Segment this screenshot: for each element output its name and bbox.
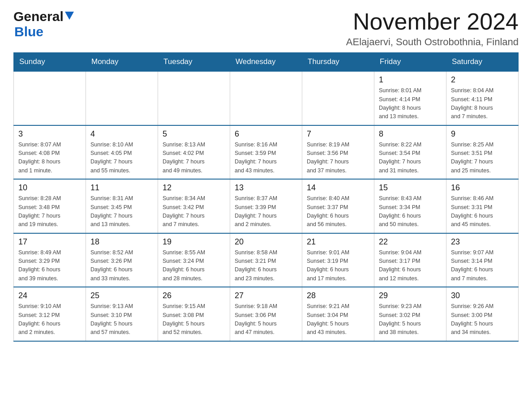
day-number: 15 <box>379 183 442 193</box>
day-number: 22 <box>379 237 442 247</box>
logo-arrow-icon <box>65 12 74 21</box>
calendar-week-4: 17Sunrise: 8:49 AM Sunset: 3:29 PM Dayli… <box>14 233 519 287</box>
day-number: 5 <box>163 129 225 139</box>
day-info: Sunrise: 8:55 AM Sunset: 3:24 PM Dayligh… <box>163 248 225 283</box>
day-number: 16 <box>451 183 514 193</box>
calendar-cell: 14Sunrise: 8:40 AM Sunset: 3:37 PM Dayli… <box>302 179 374 233</box>
day-number: 25 <box>90 291 153 300</box>
calendar-cell: 5Sunrise: 8:13 AM Sunset: 4:02 PM Daylig… <box>158 125 230 180</box>
calendar-cell: 30Sunrise: 9:26 AM Sunset: 3:00 PM Dayli… <box>446 287 519 341</box>
calendar-week-2: 3Sunrise: 8:07 AM Sunset: 4:08 PM Daylig… <box>14 125 519 180</box>
location-title: AElajaervi, South Ostrobothnia, Finland <box>346 36 519 48</box>
calendar-table: SundayMondayTuesdayWednesdayThursdayFrid… <box>13 52 519 342</box>
day-info: Sunrise: 8:19 AM Sunset: 3:56 PM Dayligh… <box>307 141 369 176</box>
day-info: Sunrise: 8:07 AM Sunset: 4:08 PM Dayligh… <box>18 141 81 176</box>
calendar-week-1: 1Sunrise: 8:01 AM Sunset: 4:14 PM Daylig… <box>14 71 519 125</box>
calendar-cell: 2Sunrise: 8:04 AM Sunset: 4:11 PM Daylig… <box>446 71 519 125</box>
calendar-week-3: 10Sunrise: 8:28 AM Sunset: 3:48 PM Dayli… <box>14 179 519 233</box>
calendar-cell: 11Sunrise: 8:31 AM Sunset: 3:45 PM Dayli… <box>86 179 158 233</box>
logo-blue: Blue <box>14 24 43 39</box>
calendar-cell: 29Sunrise: 9:23 AM Sunset: 3:02 PM Dayli… <box>374 287 446 341</box>
calendar-cell: 15Sunrise: 8:43 AM Sunset: 3:34 PM Dayli… <box>374 179 446 233</box>
calendar-cell: 25Sunrise: 9:13 AM Sunset: 3:10 PM Dayli… <box>86 287 158 341</box>
day-number: 12 <box>163 183 225 193</box>
day-number: 28 <box>307 291 369 300</box>
day-number: 23 <box>451 237 514 247</box>
day-info: Sunrise: 8:31 AM Sunset: 3:45 PM Dayligh… <box>90 194 153 229</box>
day-number: 30 <box>451 291 514 300</box>
day-info: Sunrise: 9:18 AM Sunset: 3:06 PM Dayligh… <box>235 302 297 337</box>
day-number: 18 <box>90 237 153 247</box>
calendar-cell: 7Sunrise: 8:19 AM Sunset: 3:56 PM Daylig… <box>302 125 374 180</box>
day-info: Sunrise: 8:04 AM Sunset: 4:11 PM Dayligh… <box>451 86 514 121</box>
calendar-cell: 12Sunrise: 8:34 AM Sunset: 3:42 PM Dayli… <box>158 179 230 233</box>
day-number: 8 <box>379 129 442 139</box>
day-info: Sunrise: 8:46 AM Sunset: 3:31 PM Dayligh… <box>451 194 514 229</box>
calendar-cell <box>230 71 302 125</box>
day-info: Sunrise: 8:43 AM Sunset: 3:34 PM Dayligh… <box>379 194 442 229</box>
day-number: 4 <box>90 129 153 139</box>
calendar-cell: 1Sunrise: 8:01 AM Sunset: 4:14 PM Daylig… <box>374 71 446 125</box>
day-number: 2 <box>451 75 514 85</box>
col-header-friday: Friday <box>374 53 446 72</box>
calendar-cell: 21Sunrise: 9:01 AM Sunset: 3:19 PM Dayli… <box>302 233 374 287</box>
col-header-sunday: Sunday <box>14 53 86 72</box>
calendar-cell: 9Sunrise: 8:25 AM Sunset: 3:51 PM Daylig… <box>446 125 519 180</box>
logo-general: General <box>13 9 64 24</box>
calendar-cell: 4Sunrise: 8:10 AM Sunset: 4:05 PM Daylig… <box>86 125 158 180</box>
month-title: November 2024 <box>346 9 519 34</box>
day-number: 19 <box>163 237 225 247</box>
calendar-header-row: SundayMondayTuesdayWednesdayThursdayFrid… <box>14 53 519 72</box>
calendar-cell: 16Sunrise: 8:46 AM Sunset: 3:31 PM Dayli… <box>446 179 519 233</box>
title-section: November 2024 AElajaervi, South Ostrobot… <box>346 9 519 48</box>
day-info: Sunrise: 9:15 AM Sunset: 3:08 PM Dayligh… <box>163 302 225 337</box>
day-number: 6 <box>235 129 297 139</box>
col-header-tuesday: Tuesday <box>158 53 230 72</box>
calendar-cell: 8Sunrise: 8:22 AM Sunset: 3:54 PM Daylig… <box>374 125 446 180</box>
day-number: 21 <box>307 237 369 247</box>
day-info: Sunrise: 8:28 AM Sunset: 3:48 PM Dayligh… <box>18 194 81 229</box>
day-number: 20 <box>235 237 297 247</box>
day-number: 13 <box>235 183 297 193</box>
calendar-cell: 10Sunrise: 8:28 AM Sunset: 3:48 PM Dayli… <box>14 179 86 233</box>
col-header-wednesday: Wednesday <box>230 53 302 72</box>
day-info: Sunrise: 9:21 AM Sunset: 3:04 PM Dayligh… <box>307 302 369 337</box>
col-header-monday: Monday <box>86 53 158 72</box>
day-number: 1 <box>379 75 442 85</box>
calendar-cell: 26Sunrise: 9:15 AM Sunset: 3:08 PM Dayli… <box>158 287 230 341</box>
day-info: Sunrise: 8:49 AM Sunset: 3:29 PM Dayligh… <box>18 248 81 283</box>
day-info: Sunrise: 9:13 AM Sunset: 3:10 PM Dayligh… <box>90 302 153 337</box>
day-info: Sunrise: 8:13 AM Sunset: 4:02 PM Dayligh… <box>163 141 225 176</box>
day-number: 3 <box>18 129 81 139</box>
calendar-cell: 27Sunrise: 9:18 AM Sunset: 3:06 PM Dayli… <box>230 287 302 341</box>
calendar-cell <box>302 71 374 125</box>
svg-marker-0 <box>65 12 74 20</box>
page-header: General Blue November 2024 AElajaervi, S… <box>13 9 519 48</box>
day-number: 24 <box>18 291 81 300</box>
day-info: Sunrise: 8:58 AM Sunset: 3:21 PM Dayligh… <box>235 248 297 283</box>
calendar-cell: 23Sunrise: 9:07 AM Sunset: 3:14 PM Dayli… <box>446 233 519 287</box>
day-number: 10 <box>18 183 81 193</box>
day-number: 9 <box>451 129 514 139</box>
calendar-cell: 13Sunrise: 8:37 AM Sunset: 3:39 PM Dayli… <box>230 179 302 233</box>
day-info: Sunrise: 9:26 AM Sunset: 3:00 PM Dayligh… <box>451 302 514 337</box>
day-info: Sunrise: 8:16 AM Sunset: 3:59 PM Dayligh… <box>235 141 297 176</box>
day-info: Sunrise: 9:01 AM Sunset: 3:19 PM Dayligh… <box>307 248 369 283</box>
calendar-cell <box>14 71 86 125</box>
calendar-cell: 22Sunrise: 9:04 AM Sunset: 3:17 PM Dayli… <box>374 233 446 287</box>
day-info: Sunrise: 8:22 AM Sunset: 3:54 PM Dayligh… <box>379 141 442 176</box>
calendar-cell: 6Sunrise: 8:16 AM Sunset: 3:59 PM Daylig… <box>230 125 302 180</box>
day-info: Sunrise: 8:25 AM Sunset: 3:51 PM Dayligh… <box>451 141 514 176</box>
calendar-cell: 17Sunrise: 8:49 AM Sunset: 3:29 PM Dayli… <box>14 233 86 287</box>
calendar-cell: 24Sunrise: 9:10 AM Sunset: 3:12 PM Dayli… <box>14 287 86 341</box>
day-info: Sunrise: 8:01 AM Sunset: 4:14 PM Dayligh… <box>379 86 442 121</box>
day-info: Sunrise: 8:40 AM Sunset: 3:37 PM Dayligh… <box>307 194 369 229</box>
day-number: 27 <box>235 291 297 300</box>
day-info: Sunrise: 9:07 AM Sunset: 3:14 PM Dayligh… <box>451 248 514 283</box>
day-number: 26 <box>163 291 225 300</box>
day-number: 11 <box>90 183 153 193</box>
calendar-cell: 18Sunrise: 8:52 AM Sunset: 3:26 PM Dayli… <box>86 233 158 287</box>
day-info: Sunrise: 9:10 AM Sunset: 3:12 PM Dayligh… <box>18 302 81 337</box>
day-info: Sunrise: 8:34 AM Sunset: 3:42 PM Dayligh… <box>163 194 225 229</box>
day-info: Sunrise: 9:23 AM Sunset: 3:02 PM Dayligh… <box>379 302 442 337</box>
